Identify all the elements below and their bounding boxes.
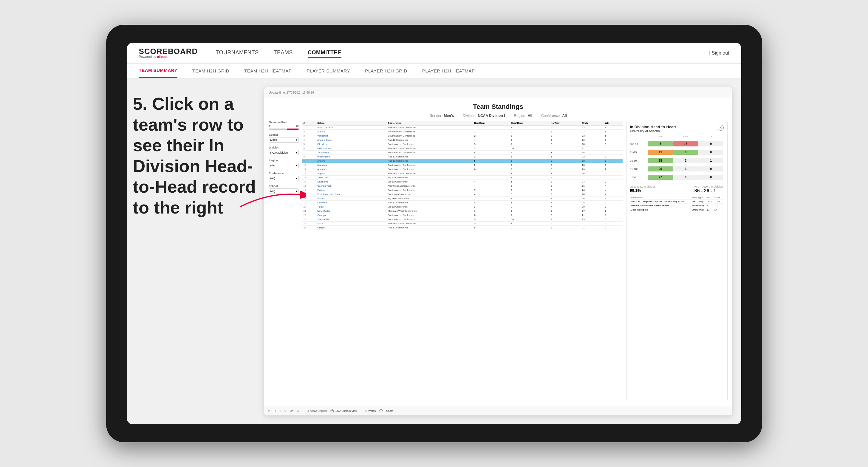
region-select[interactable]: N/A ▾ [269,163,299,168]
cell-win: 5 [604,134,622,138]
cell-school: Oklahoma [316,180,387,184]
table-row[interactable]: 24DukeAtlantic Coast Conference595271 [302,222,623,226]
paste-button[interactable]: ⧉+ [290,409,293,412]
sub-nav-team-summary[interactable]: TEAM SUMMARY [139,64,178,78]
cell-rank: 20 [302,205,316,209]
cell-no-tour: 8 [550,213,581,217]
cell-school: Arizona State [316,138,387,142]
h2h-2650-loss: 2 [673,158,698,163]
table-row[interactable]: 19CaliforniaPac-12 Conference488242 [302,201,623,205]
cell-conference: Atlantic Coast Conference [387,147,473,151]
table-row[interactable]: 7TennesseeSoutheastern Conference468180 [302,151,623,155]
cell-conf-rank: 8 [510,159,550,163]
cell-reg-rank: 3 [473,205,510,209]
tour-pos: 1 [706,204,714,208]
table-row[interactable]: 22GeorgiaSoutheastern Conference878211 [302,213,623,217]
forward-button[interactable]: ⟩ [280,409,281,412]
h2h-51100-win: 20 [648,166,673,172]
standings-table-container: # School Conference Reg Rank Conf Rank N… [302,121,623,401]
table-row[interactable]: 17East Tennessee StateSouthern Conferenc… [302,192,623,196]
cell-reg-rank: 1 [473,176,510,180]
cell-school: Georgia Tech [316,184,387,188]
table-row[interactable]: 2AuburnSoutheastern Conference119276 [302,130,623,134]
cell-reg-rank: 3 [473,172,510,176]
cell-reg-rank: 7 [473,188,510,192]
nav-committee[interactable]: COMMITTEE [308,48,341,58]
cell-no-tour: 8 [550,163,581,167]
nav-tournaments[interactable]: TOURNAMENTS [216,48,258,58]
cell-win: 0 [604,147,622,151]
division-group: Division NCAA Division I ▾ [269,146,299,155]
redo-button[interactable]: ↪ [274,409,276,412]
cell-conference: Mountain West Conference [387,209,473,213]
undo-button[interactable]: ↩ [268,409,270,412]
table-row[interactable]: 4Arizona StatePac-12 Conference495261 [302,138,623,142]
table-row[interactable]: 10AlabamaSoutheastern Conference588233 [302,163,623,167]
cell-rnds: 21 [581,226,604,230]
sub-nav-player-h2h-heatmap[interactable]: PLAYER H2H HEATMAP [422,64,475,78]
comment-button[interactable]: 💬 [379,409,382,412]
table-row[interactable]: 20TexasBig 12 Conference377202 [302,205,623,209]
table-row[interactable]: 15Georgia TechAtlantic Coast Conference4… [302,184,623,188]
watch-button[interactable]: 👁 Watch [365,409,376,412]
table-row[interactable]: 5Ole MissSoutheastern Conference368181 [302,142,623,147]
nav-teams[interactable]: TEAMS [273,48,293,58]
cell-rnds: 23 [581,126,604,130]
cell-no-tour: 8 [550,192,581,196]
table-row[interactable]: 6Florida StateAtlantic Coast Conference2… [302,147,623,151]
cell-win: 1 [604,138,622,142]
sub-nav-team-h2h-heatmap[interactable]: TEAM H2H HEATMAP [244,64,291,78]
table-row[interactable]: 1North CarolinaAtlantic Coast Conference… [302,126,623,130]
h2h-gt100-win: 27 [648,175,673,180]
h2h-close-button[interactable]: ✕ [718,125,724,131]
cell-rnds: 24 [581,172,604,176]
cell-reg-rank: 5 [473,226,510,230]
table-row[interactable]: 18IllinoisBig Ten Conference199243 [302,196,623,201]
clock-button[interactable]: ⏱ [297,409,299,412]
share-button[interactable]: Share [386,409,393,412]
school-select[interactable]: (All) ▾ [269,188,299,194]
cell-rank: 10 [302,163,316,167]
table-row[interactable]: 25OregonPac-12 Conference579210 [302,226,623,230]
cell-no-tour: 5 [550,147,581,151]
cell-win: 1 [604,217,622,222]
table-row[interactable]: 13Texas TechBig 12 Conference195272 [302,176,623,180]
h2h-row-51100: 51-100 20 3 0 [630,166,724,172]
gender-select[interactable]: Men's ▾ [269,137,299,143]
cell-school: Texas [316,205,387,209]
sub-nav-player-h2h-grid[interactable]: PLAYER H2H GRID [365,64,407,78]
table-row[interactable]: 9ArizonaPac-12 Conference588201 [302,159,623,163]
sub-nav-team-h2h-grid[interactable]: TEAM H2H GRID [192,64,229,78]
cell-rank: 3 [302,134,316,138]
cell-conf-rank: 9 [510,176,550,180]
cell-conference: Pac-12 Conference [387,138,473,142]
cell-rnds: 24 [581,201,604,205]
cell-conf-rank: 1 [510,130,550,134]
table-row[interactable]: 16FloridaSoutheastern Conference799244 [302,188,623,192]
conference-select[interactable]: (All) ▾ [269,176,299,181]
table-row[interactable]: 8WashingtonPac-12 Conference285231 [302,155,623,159]
copy-button[interactable]: ⧉ [284,409,286,412]
table-row[interactable]: 3VanderbiltSoutheastern Conference288235 [302,134,623,138]
cell-reg-rank: 1 [473,209,510,213]
cell-conference: Atlantic Coast Conference [387,184,473,188]
division-select[interactable]: NCAA Division I ▾ [269,150,299,155]
cell-no-tour: 8 [550,159,581,163]
table-row[interactable]: 12VirginiaAtlantic Coast Conference38824… [302,172,623,176]
cell-conf-rank: 8 [510,163,550,167]
cell-reg-rank: 4 [473,151,510,155]
table-row[interactable]: 21New MexicoMountain West Conference1992… [302,209,623,213]
cell-school: Texas Tech [316,176,387,180]
view-original-button[interactable]: 👁 View: Original [307,409,327,412]
cell-reg-rank: 1 [473,196,510,201]
cell-school: Florida State [316,147,387,151]
sign-out-link[interactable]: | Sign out [709,51,729,56]
cell-conference: Southern Conference [387,192,473,196]
table-row[interactable]: 23Texas A&MSoutheastern Conference910823… [302,217,623,222]
sub-nav-player-summary[interactable]: PLAYER SUMMARY [307,64,350,78]
watch-icon: 👁 [365,409,367,412]
min-rounds-slider[interactable] [269,128,299,130]
save-custom-button[interactable]: 💾 Save Custom View [330,409,357,412]
table-row[interactable]: 14OklahomaBig 12 Conference458242 [302,180,623,184]
table-row[interactable]: 11ArkansasSoutheastern Conference688232 [302,167,623,172]
